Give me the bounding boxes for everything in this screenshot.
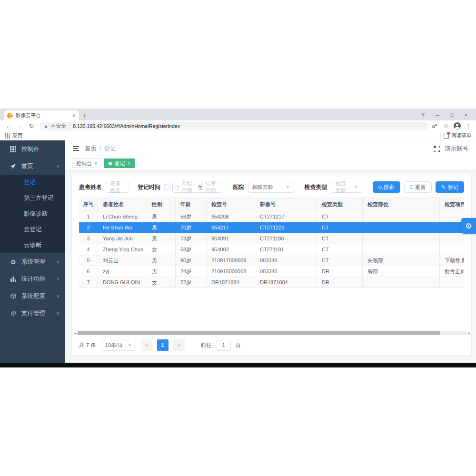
settings-fab[interactable]: ⚙: [461, 218, 476, 234]
prev-page-button[interactable]: <: [141, 339, 152, 351]
browser-menu-icon[interactable]: ⋮: [466, 123, 471, 129]
start-date-placeholder: 开始日期: [181, 180, 195, 194]
reading-list[interactable]: | 阅读清单: [440, 132, 471, 139]
chevron-down-icon: ∨: [56, 294, 60, 298]
forward-icon[interactable]: →: [16, 122, 24, 129]
table-cell: [363, 222, 440, 233]
window-controls: ∨ – □ ×: [416, 109, 473, 120]
url-separator: |: [69, 123, 70, 129]
sidebar-item-home[interactable]: 首页 ∧: [0, 158, 65, 175]
table-cell: 70岁: [176, 222, 207, 233]
next-page-button[interactable]: >: [173, 339, 185, 351]
tab-close-icon[interactable]: ×: [72, 113, 76, 119]
table-cell: 3: [79, 233, 98, 244]
profile-avatar-icon[interactable]: [454, 122, 461, 129]
table-cell: DR: [317, 266, 363, 277]
sidebar-item-stats[interactable]: 统计功能 ∨: [0, 270, 65, 288]
table-cell: 954217: [207, 222, 255, 233]
table-cell: 胸部: [363, 266, 440, 277]
sidebar-subitem-cloud-diagnosis[interactable]: 云诊断: [0, 238, 65, 253]
sidebar-subitem-register[interactable]: 登记: [0, 175, 65, 190]
table-cell: 954082: [207, 244, 255, 255]
edit-pencil-icon: ✎: [441, 184, 446, 190]
sidebar-item-label: 统计功能: [21, 275, 45, 283]
url-field[interactable]: ▲ 不安全 | 8.130.165.42:6603/#/AdminHome/Re…: [39, 122, 428, 130]
reset-icon: C: [410, 185, 413, 190]
tag-close-icon[interactable]: ×: [127, 160, 130, 166]
screenshot-canvas: 影像云平台 × + ∨ – □ × ← → ↻ ▲ 不安全 | 8.130.16…: [0, 0, 476, 476]
register-button[interactable]: ✎ 登记: [436, 181, 464, 193]
tag-register[interactable]: 登记 ×: [104, 159, 134, 168]
apps-label[interactable]: 应用: [12, 132, 22, 139]
reload-icon[interactable]: ↻: [28, 122, 35, 129]
new-tab-button[interactable]: +: [79, 110, 90, 120]
goto-page-input[interactable]: 1: [217, 340, 231, 351]
current-page-button[interactable]: 1: [157, 339, 169, 351]
cube-icon: [10, 293, 17, 299]
hospital-select[interactable]: 易联云影 ▼: [248, 182, 294, 193]
apps-grid-icon[interactable]: [5, 133, 10, 139]
table-cell: 肋骨正斜位: [440, 266, 464, 277]
exam-type-select[interactable]: 检查类型 ▼: [331, 182, 362, 193]
scrollbar-track[interactable]: [78, 331, 467, 335]
table-row[interactable]: 1Li Chun Sheng男58岁954208CT271217CT: [79, 211, 464, 222]
minimize-icon[interactable]: –: [430, 112, 445, 118]
table-row[interactable]: 5刘云山男90岁210917000009003346CT头颈部下颌骨,颞骨冠: [79, 255, 464, 266]
table-cell: 5: [79, 255, 98, 266]
sidebar-toggle-icon[interactable]: [73, 146, 79, 151]
browser-tab[interactable]: 影像云平台 ×: [4, 110, 79, 120]
sidebar-subitem-image-diagnosis[interactable]: 影像诊断: [0, 206, 65, 222]
payment-icon: [10, 310, 17, 316]
table-cell: 2: [79, 222, 98, 233]
close-icon[interactable]: ×: [459, 112, 473, 118]
sidebar-item-label: 系统配置: [21, 292, 45, 300]
table-row[interactable]: 7DONG GUI QIN女72岁DR1871884DR1871884DR: [79, 277, 464, 288]
table-row[interactable]: 3Yang Jia Jun男73岁954091CT271186CT: [79, 233, 464, 244]
table-cell: 4: [79, 244, 98, 255]
scrollbar-thumb[interactable]: [78, 331, 440, 335]
sidebar: 控制台 首页 ∧ 登记 第三方登记 影像诊断 云登记 云诊断: [0, 140, 65, 363]
maximize-icon[interactable]: □: [445, 112, 459, 118]
sidebar-item-system-mgmt[interactable]: ⚙ 系统管理 ∨: [0, 253, 65, 270]
fullscreen-icon[interactable]: [434, 146, 440, 152]
account-name[interactable]: 演示账号: [445, 145, 468, 153]
register-time-label: 登记时间: [138, 183, 160, 191]
table-cell: CT: [317, 244, 363, 255]
column-header: 序号: [79, 198, 98, 211]
page-size-select[interactable]: 10条/页 ▼: [101, 340, 136, 351]
table-row[interactable]: 6zyj男24岁210915000008003345DR胸部肋骨正斜位: [79, 266, 464, 277]
table-cell: 7: [79, 277, 98, 288]
register-time-checkbox[interactable]: [164, 184, 169, 190]
reset-button[interactable]: C 重置: [404, 181, 432, 193]
exam-type-placeholder: 检查类型: [335, 180, 351, 194]
sidebar-subitem-cloud-register[interactable]: 云登记: [0, 222, 65, 238]
table-row[interactable]: 2He Shun Wu男70岁954217CT271222CT: [79, 222, 464, 233]
scroll-right-icon[interactable]: ▸: [467, 331, 471, 335]
table-cell: 男: [147, 222, 176, 233]
chevron-down-icon: ▼: [128, 343, 132, 347]
tag-close-icon[interactable]: ×: [94, 160, 97, 166]
sidebar-item-payment[interactable]: 支付管理 ∨: [0, 305, 65, 322]
patient-name-input[interactable]: 患者姓名: [106, 182, 129, 193]
table-cell: 头颈部: [363, 255, 440, 266]
sidebar-item-system-config[interactable]: 系统配置 ∨: [0, 288, 65, 305]
home-submenu: 登记 第三方登记 影像诊断 云登记 云诊断: [0, 175, 65, 253]
bookmark-star-icon[interactable]: ☆: [443, 122, 449, 129]
back-icon[interactable]: ←: [5, 122, 12, 129]
scroll-left-icon[interactable]: ◂: [73, 331, 78, 335]
breadcrumb: 首页/登记: [85, 145, 116, 153]
horizontal-scrollbar[interactable]: ◂ ▸: [73, 331, 471, 335]
date-range-input[interactable]: 开始日期 至 结束日期: [172, 182, 222, 193]
profile-chevron-icon[interactable]: ∨: [416, 111, 430, 118]
table-cell: Zheng Ying Chun: [98, 244, 147, 255]
tag-console[interactable]: 控制台 ×: [72, 159, 101, 168]
page-unit-label: 页: [236, 342, 241, 349]
search-button[interactable]: 搜索: [373, 181, 400, 193]
reading-list-icon: [444, 133, 449, 139]
sidebar-subitem-thirdparty-register[interactable]: 第三方登记: [0, 190, 65, 206]
key-icon[interactable]: [432, 123, 438, 129]
breadcrumb-home[interactable]: 首页: [85, 145, 97, 152]
table-row[interactable]: 4Zheng Ying Chun女58岁954082CT271181CT: [79, 244, 464, 255]
sidebar-item-console[interactable]: 控制台: [0, 140, 65, 158]
table-cell: 男: [147, 233, 176, 244]
